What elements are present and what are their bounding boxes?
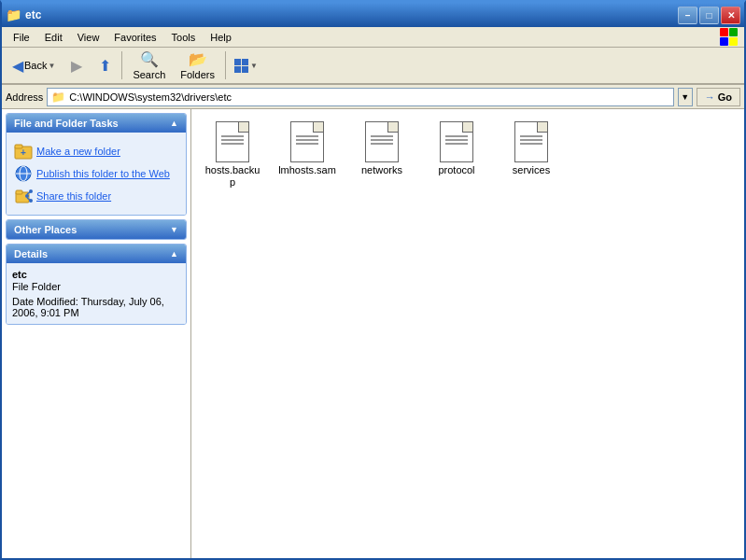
file-icon-protocol — [436, 121, 477, 162]
file-icon-services — [511, 121, 552, 162]
other-places-panel: Other Places ▼ — [6, 219, 187, 240]
details-header-label: Details — [14, 248, 48, 259]
menu-tools[interactable]: Tools — [164, 30, 204, 45]
forward-icon: ▶ — [71, 57, 82, 75]
other-places-header[interactable]: Other Places ▼ — [7, 220, 186, 239]
svg-rect-7 — [16, 190, 22, 194]
views-dropdown-icon[interactable]: ▼ — [250, 62, 258, 70]
search-label: Search — [133, 69, 165, 80]
address-label: Address — [6, 91, 43, 103]
details-folder-name: etc — [12, 269, 180, 280]
tasks-header[interactable]: File and Folder Tasks ▲ — [7, 114, 186, 133]
file-name-lmhosts: lmhosts.sam — [278, 164, 336, 176]
menu-edit[interactable]: Edit — [37, 30, 70, 45]
share-folder-link[interactable]: Share this folder — [14, 185, 178, 207]
make-new-folder-link[interactable]: + Make a new folder — [14, 140, 178, 162]
file-icon-networks — [361, 121, 402, 162]
other-places-collapse-icon: ▼ — [170, 225, 178, 234]
menu-bar: File Edit View Favorites Tools Help — [2, 27, 744, 48]
menu-favorites[interactable]: Favorites — [106, 30, 163, 45]
close-button[interactable]: ✕ — [721, 7, 740, 24]
minimize-button[interactable]: – — [678, 7, 697, 24]
folders-label: Folders — [180, 69, 215, 80]
window-controls: – □ ✕ — [678, 7, 740, 24]
doc-icon-5 — [514, 121, 548, 162]
back-label: Back — [24, 60, 47, 71]
tasks-panel: File and Folder Tasks ▲ + Make a new fol… — [6, 113, 187, 216]
maximize-button[interactable]: □ — [699, 7, 719, 24]
svg-point-11 — [29, 199, 33, 203]
share-icon — [14, 187, 33, 205]
details-body: etc File Folder Date Modified: Thursday,… — [7, 263, 186, 324]
tasks-header-label: File and Folder Tasks — [14, 118, 119, 129]
back-dropdown-icon[interactable]: ▼ — [48, 62, 55, 70]
go-arrow-icon: → — [705, 91, 715, 103]
publish-folder-link[interactable]: Publish this folder to the Web — [14, 162, 178, 185]
back-button[interactable]: ◀ Back ▼ — [6, 54, 62, 77]
menu-view[interactable]: View — [70, 30, 107, 45]
file-item-services[interactable]: services — [498, 117, 565, 193]
window-title: etc — [25, 8, 674, 21]
file-name-services: services — [513, 164, 550, 176]
file-area: hosts.backup lmhosts.sam — [191, 109, 744, 558]
up-button[interactable]: ⬆ — [91, 54, 118, 77]
search-button[interactable]: 🔍 Search — [126, 48, 172, 83]
go-label: Go — [718, 91, 732, 103]
address-field[interactable]: 📁 C:\WINDOWS\system32\drivers\etc — [47, 88, 673, 106]
svg-point-10 — [29, 189, 33, 193]
back-icon: ◀ — [12, 57, 23, 75]
file-name-networks: networks — [361, 164, 402, 176]
address-dropdown[interactable]: ▼ — [678, 88, 693, 106]
up-icon: ⬆ — [99, 57, 111, 75]
folders-button[interactable]: 📂 Folders — [174, 48, 221, 83]
file-item-lmhosts[interactable]: lmhosts.sam — [274, 117, 341, 193]
views-button[interactable]: ▼ — [230, 56, 262, 76]
new-folder-icon: + — [14, 142, 33, 161]
svg-text:+: + — [21, 147, 26, 158]
doc-icon-3 — [365, 121, 399, 162]
menu-file[interactable]: File — [6, 30, 37, 45]
toolbar-separator-1 — [121, 51, 122, 79]
window-icon: 📁 — [6, 7, 21, 22]
file-name-hosts-backup: hosts.backup — [204, 164, 261, 189]
doc-icon-2 — [290, 121, 324, 162]
toolbar-separator-2 — [225, 51, 226, 79]
main-content: File and Folder Tasks ▲ + Make a new fol… — [2, 109, 744, 558]
other-places-label: Other Places — [14, 224, 77, 235]
file-icon-hosts-backup — [212, 121, 253, 162]
svg-point-12 — [25, 194, 29, 198]
tasks-collapse-icon: ▲ — [170, 119, 178, 128]
file-item-networks[interactable]: networks — [348, 117, 415, 193]
go-button[interactable]: → Go — [697, 88, 740, 106]
file-item-hosts-backup[interactable]: hosts.backup — [199, 117, 266, 193]
folder-icon: 📁 — [51, 91, 65, 104]
details-collapse-icon: ▲ — [170, 249, 178, 259]
details-panel: Details ▲ etc File Folder Date Modified:… — [6, 244, 187, 325]
search-icon: 🔍 — [140, 50, 159, 68]
folders-icon: 📂 — [189, 50, 207, 68]
publish-folder-label: Publish this folder to the Web — [36, 168, 170, 179]
doc-icon — [216, 121, 249, 162]
toolbar: ◀ Back ▼ ▶ ⬆ 🔍 Search 📂 Folders — [2, 48, 744, 85]
windows-logo — [720, 28, 739, 47]
share-folder-label: Share this folder — [36, 190, 111, 202]
make-new-folder-label: Make a new folder — [36, 146, 120, 157]
tasks-body: + Make a new folder — [7, 133, 186, 215]
title-bar: 📁 etc – □ ✕ — [2, 3, 744, 27]
address-bar: Address 📁 C:\WINDOWS\system32\drivers\et… — [2, 85, 744, 109]
main-window: 📁 etc – □ ✕ File Edit View Favorites Too… — [0, 0, 746, 560]
file-item-protocol[interactable]: protocol — [423, 117, 490, 193]
details-header[interactable]: Details ▲ — [7, 245, 186, 263]
menu-help[interactable]: Help — [203, 30, 239, 45]
file-icon-lmhosts — [287, 121, 328, 162]
details-date-modified: Date Modified: Thursday, July 06, 2006, … — [12, 296, 180, 318]
left-panel: File and Folder Tasks ▲ + Make a new fol… — [2, 109, 191, 558]
details-folder-type: File Folder — [12, 281, 180, 292]
doc-icon-4 — [440, 121, 473, 162]
address-path: C:\WINDOWS\system32\drivers\etc — [69, 91, 669, 103]
forward-button[interactable]: ▶ — [63, 54, 90, 77]
publish-icon — [14, 164, 33, 183]
file-name-protocol: protocol — [438, 164, 474, 176]
